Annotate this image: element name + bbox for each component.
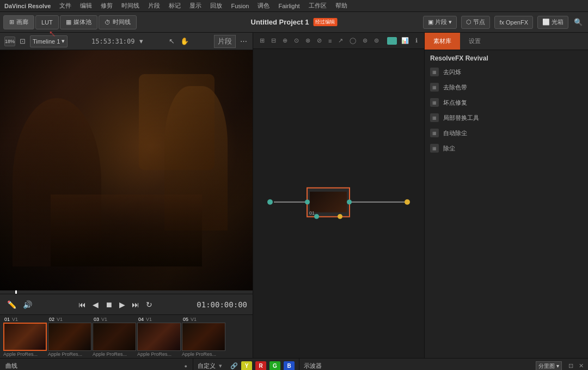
timeline-dropdown[interactable]: Timeline 1 ▾ (30, 35, 68, 47)
tab-settings[interactable]: 设置 (460, 33, 489, 50)
clip-thumb-05[interactable] (182, 323, 225, 351)
skip-end-button[interactable]: ⏭ (130, 299, 141, 311)
node-tool-9[interactable]: ◯ (347, 36, 358, 45)
gallery-button[interactable]: ⊞ 画廊 (3, 15, 34, 29)
menu-file[interactable]: 文件 (59, 2, 71, 10)
channel-y-button[interactable]: Y (241, 361, 252, 371)
draw-tool[interactable]: ✏️ (5, 299, 18, 311)
lightbox-button[interactable]: ⬜ 光箱 (537, 16, 568, 29)
stop-button[interactable]: ⏹ (103, 299, 114, 311)
clip-thumb-04[interactable] (137, 323, 181, 351)
link-icon: 🔗 (230, 362, 238, 369)
menu-mark[interactable]: 标记 (169, 2, 181, 10)
node-tool-10[interactable]: ⊛ (360, 36, 370, 45)
effect-icon-6: ▦ (430, 144, 439, 153)
toolbar-center: Untitled Project 1 经过编辑 (251, 18, 338, 26)
node-tool-chart[interactable]: 📊 (399, 36, 411, 45)
nodes-button[interactable]: ⬡ 节点 (461, 16, 490, 29)
node-info[interactable]: ℹ (413, 36, 420, 45)
clip-thumb-03[interactable] (93, 323, 136, 351)
waveform-close-icon[interactable]: ✕ (579, 362, 584, 369)
clip-frame-05 (182, 323, 225, 350)
list-item[interactable]: ▦ 去除色带 (425, 80, 588, 95)
node-tool-2[interactable]: ⊟ (269, 36, 278, 45)
skip-start-button[interactable]: ⏮ (77, 299, 88, 311)
node-color-indicator[interactable] (387, 37, 397, 45)
menu-color[interactable]: 调色 (258, 2, 270, 10)
color-controls-header: 自定义 ▾ 🔗 Y R G B (193, 359, 299, 370)
node-toolbar: ⊞ ⊟ ⊕ ⊙ ⊗ ⊘ ≡ ↗ ◯ ⊛ ⊚ 📊 ℹ (253, 33, 424, 49)
list-item[interactable]: 05 V1 Apple ProRes... (182, 316, 225, 357)
node-tool-6[interactable]: ⊘ (315, 36, 324, 45)
list-item[interactable]: ▦ 坏点修复 (425, 95, 588, 110)
toolbar-right: ▣ 片段 ▾ ⬡ 节点 fx OpenFX ⬜ 光箱 🔍 (423, 16, 584, 29)
clip-mode-button[interactable]: ▣ 片段 ▾ (423, 16, 457, 29)
timeline-button[interactable]: ⏱ 时间线 (99, 15, 137, 29)
menu-help[interactable]: 帮助 (335, 2, 347, 10)
hand-tool[interactable]: ✋ (179, 36, 190, 46)
clip-settings-icon[interactable]: ⋯ (239, 36, 248, 46)
node-01[interactable]: 01 (307, 187, 350, 217)
zoom-value[interactable]: 18% (4, 37, 15, 46)
tc-settings-icon[interactable]: ▾ (138, 36, 144, 46)
audio-icon[interactable]: 🔊 (21, 299, 34, 311)
playhead-bar[interactable] (0, 290, 253, 294)
clip-name-03: Apple ProRes... (93, 351, 135, 357)
video-preview (0, 50, 253, 290)
menu-workspace[interactable]: 工作区 (309, 2, 327, 10)
node-area[interactable]: 01 (253, 49, 424, 358)
media-pool-button[interactable]: ▦ 媒体池 (60, 15, 97, 29)
menu-timeline[interactable]: 时间线 (121, 2, 139, 10)
clip-frame-04 (138, 323, 180, 350)
openfx-button[interactable]: fx OpenFX (494, 16, 533, 29)
list-item[interactable]: 04 V1 Apple ProRes... (137, 316, 181, 357)
clip-thumb-01[interactable] (3, 323, 47, 351)
fit-icon[interactable]: ⊡ (19, 36, 27, 46)
node-tool-3[interactable]: ⊕ (280, 36, 290, 45)
list-item[interactable]: ▦ 去闪烁 (425, 64, 588, 80)
menu-playback[interactable]: 回放 (210, 2, 222, 10)
tab-materials[interactable]: 素材库 (425, 33, 460, 50)
menu-trim[interactable]: 修剪 (101, 2, 113, 10)
list-item[interactable]: 03 V1 Apple ProRes... (93, 316, 136, 357)
play-button[interactable]: ▶ (118, 299, 127, 311)
list-item[interactable]: ▦ 自动除尘 (425, 125, 588, 141)
channel-b-button[interactable]: B (284, 361, 295, 371)
menu-fairlight[interactable]: Fairlight (278, 3, 299, 9)
timeline-controls: 18% ⊡ Timeline 1 ▾ 15:53:31:09 ▾ ↖ ✋ 片段 … (0, 33, 253, 50)
list-item[interactable]: 02 V1 Apple ProRes... (48, 316, 91, 357)
prev-frame-button[interactable]: ◀ (91, 299, 100, 311)
menu-view[interactable]: 显示 (189, 2, 201, 10)
playhead-indicator[interactable] (15, 290, 17, 294)
node-tool-4[interactable]: ⊙ (292, 36, 301, 45)
node-thumb (310, 192, 347, 213)
menu-fusion[interactable]: Fusion (231, 3, 249, 9)
search-icon[interactable]: 🔍 (573, 17, 584, 27)
node-tool-1[interactable]: ⊞ (258, 36, 267, 45)
effects-list: ▦ 去闪烁 ▦ 去除色带 ▦ 坏点修复 ▦ 局部替换工具 ▦ 自动除尘 ▦ 除尘 (425, 64, 588, 156)
effect-icon-5: ▦ (430, 129, 439, 137)
left-panel: 18% ⊡ Timeline 1 ▾ 15:53:31:09 ▾ ↖ ✋ 片段 … (0, 33, 253, 358)
clip-thumb-02[interactable] (48, 323, 91, 351)
node-tool-7[interactable]: ≡ (326, 37, 334, 45)
menu-clip[interactable]: 片段 (148, 2, 160, 10)
list-item[interactable]: ▦ 局部替换工具 (425, 110, 588, 125)
waveform-panel: 示波器 分里图 ▾ ⊡ ✕ 1023 896 768 640 512 384 2… (299, 359, 588, 370)
list-item[interactable]: ▦ 除尘 (425, 141, 588, 156)
clip-name-02: Apple ProRes... (48, 351, 90, 357)
waveform-mode-dropdown[interactable]: 分里图 ▾ (536, 361, 562, 371)
color-dropdown-arrow[interactable]: ▾ (219, 362, 222, 369)
pointer-tool[interactable]: ↖ (168, 36, 176, 46)
channel-r-button[interactable]: R (255, 361, 266, 371)
node-tool-11[interactable]: ⊚ (372, 36, 381, 45)
lut-button[interactable]: LUT (35, 15, 59, 29)
node-tool-5[interactable]: ⊗ (303, 36, 313, 45)
effect-label-6: 除尘 (443, 144, 455, 153)
loop-button[interactable]: ↻ (144, 299, 154, 311)
menu-edit[interactable]: 编辑 (80, 2, 92, 10)
node-tool-8[interactable]: ↗ (336, 36, 345, 45)
channel-g-button[interactable]: G (270, 361, 280, 371)
waveform-settings-icon[interactable]: ⊡ (568, 362, 573, 369)
list-item[interactable]: 01 V1 Apple ProRes... (3, 316, 47, 357)
gallery-label: 画廊 (16, 18, 28, 26)
